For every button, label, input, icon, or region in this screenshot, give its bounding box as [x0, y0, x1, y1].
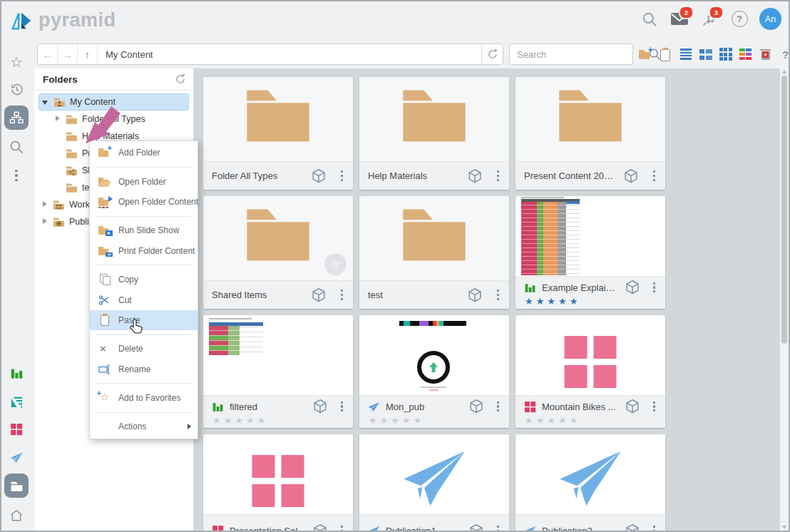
card-publication1[interactable]: Publication1 — [359, 434, 509, 531]
card-filtered[interactable]: filtered ★★★★★ — [203, 315, 353, 428]
more-options-icon[interactable] — [652, 524, 657, 531]
menu-item-add-to-favorites[interactable]: ☆+ Add to Favorites — [90, 388, 198, 408]
menu-item-rename[interactable]: Rename — [90, 359, 198, 379]
card-publication2[interactable]: Publication2 — [515, 434, 665, 531]
star-icon[interactable]: ★ — [257, 416, 266, 425]
cube-icon[interactable] — [625, 523, 640, 531]
card-mountain-bikes[interactable]: Mountain Bikes ... ★★★★★ — [515, 315, 665, 428]
menu-item-add-folder[interactable]: + Add Folder — [90, 143, 198, 163]
delete-button[interactable]: × — [759, 48, 772, 61]
content-rail-button[interactable] — [4, 474, 29, 498]
star-icon[interactable]: ★ — [414, 416, 422, 425]
menu-item-cut[interactable]: Cut — [90, 290, 198, 310]
star-icon[interactable]: ★ — [536, 297, 545, 306]
star-icon[interactable]: ★ — [402, 416, 411, 425]
search-rail-button[interactable] — [4, 135, 29, 159]
star-icon[interactable]: ★ — [547, 297, 555, 306]
menu-item-paste[interactable]: Paste — [90, 310, 198, 330]
global-search-button[interactable] — [640, 9, 660, 30]
star-icon[interactable]: ★ — [235, 416, 243, 425]
cube-icon[interactable] — [312, 523, 328, 531]
more-options-icon[interactable] — [339, 288, 344, 302]
scrollbar-thumb[interactable] — [781, 76, 787, 344]
menu-item-delete[interactable]: × Delete — [90, 339, 198, 359]
refresh-button[interactable] — [481, 44, 503, 64]
toolbar-help-button[interactable]: ? — [779, 48, 790, 61]
rating-stars[interactable]: ★★★★★ — [368, 416, 501, 425]
publish-rail-button[interactable] — [4, 445, 29, 469]
messages-button[interactable]: 2 — [670, 9, 689, 30]
star-icon[interactable]: ★ — [558, 416, 567, 425]
rating-stars[interactable]: ★★★★★ — [212, 416, 344, 425]
star-icon[interactable]: ★ — [525, 297, 533, 306]
cube-icon[interactable] — [468, 523, 484, 531]
chevron-right-icon[interactable] — [54, 116, 61, 123]
home-rail-button[interactable] — [4, 503, 29, 528]
card-help-materials[interactable]: Help Materials — [359, 77, 509, 190]
alerts-button[interactable]: 3 — [699, 9, 719, 30]
more-options-icon[interactable] — [652, 169, 657, 183]
star-icon[interactable]: ★ — [547, 416, 555, 425]
more-options-icon[interactable] — [496, 524, 501, 531]
star-icon[interactable]: ★ — [246, 416, 255, 425]
group-view-button[interactable] — [739, 48, 752, 61]
up-button[interactable]: ↑ — [78, 44, 98, 64]
more-options-icon[interactable] — [652, 281, 657, 295]
star-icon[interactable]: ★ — [558, 297, 567, 306]
more-options-icon[interactable] — [339, 524, 344, 531]
breadcrumb[interactable]: My Content — [98, 49, 481, 60]
star-icon[interactable]: ★ — [380, 416, 389, 425]
cube-icon[interactable] — [625, 280, 640, 295]
grid-view-button[interactable] — [719, 48, 732, 61]
chevron-down-icon[interactable] — [42, 98, 49, 106]
folder-tree-rail-button[interactable] — [4, 106, 29, 130]
cube-icon[interactable] — [312, 399, 328, 414]
forward-button[interactable]: → — [58, 44, 78, 64]
more-options-icon[interactable] — [496, 400, 501, 414]
cube-icon[interactable] — [625, 399, 640, 414]
rating-stars[interactable]: ★★★★★ — [524, 297, 657, 306]
star-icon[interactable]: ★ — [224, 416, 232, 425]
menu-item-copy[interactable]: Copy — [90, 270, 198, 290]
tree-item-my-content[interactable]: My Content — [39, 93, 189, 111]
menu-item-print-folder-content[interactable]: Print Folder Content — [90, 241, 198, 261]
favorites-rail-button[interactable]: ☆ — [4, 50, 29, 74]
detail-view-button[interactable] — [699, 48, 712, 61]
star-icon[interactable]: ★ — [536, 416, 545, 425]
cube-icon[interactable] — [623, 168, 639, 184]
card-folder-all-types[interactable]: Folder All Types — [203, 77, 353, 190]
card-presentation-sal[interactable]: Presentation Sal... — [203, 434, 353, 531]
paste-button[interactable] — [659, 48, 672, 61]
help-button[interactable]: ? — [729, 9, 749, 30]
rating-stars[interactable]: ★★★★★ — [524, 416, 657, 425]
menu-item-open-folder[interactable]: Open Folder — [90, 171, 198, 191]
illustrate-rail-button[interactable] — [4, 417, 29, 441]
more-options-icon[interactable] — [339, 400, 344, 414]
history-rail-button[interactable] — [4, 77, 29, 101]
menu-item-run-slide-show[interactable]: Run Slide Show — [90, 220, 198, 240]
star-icon[interactable]: ★ — [391, 416, 399, 425]
cube-icon[interactable] — [311, 168, 327, 184]
cube-icon[interactable] — [467, 287, 483, 303]
star-icon[interactable]: ★ — [570, 416, 578, 425]
star-icon[interactable]: ★ — [369, 416, 377, 425]
cube-icon[interactable] — [467, 168, 483, 184]
card-example-explain[interactable]: Example Explain ... ★★★★★ — [515, 196, 665, 309]
menu-item-actions[interactable]: Actions — [90, 416, 198, 436]
discover-rail-button[interactable] — [4, 361, 29, 385]
vertical-scrollbar[interactable] — [780, 68, 789, 531]
more-options-icon[interactable] — [652, 400, 657, 414]
card-present-content[interactable]: Present Content 202... — [515, 77, 665, 190]
star-icon[interactable]: ★ — [525, 416, 533, 425]
card-shared-items[interactable]: ☆ Shared Items — [203, 196, 353, 309]
star-icon[interactable]: ★ — [212, 416, 221, 425]
card-mon-pub[interactable]: Mon_pub ★★★★★ — [359, 315, 509, 428]
cube-icon[interactable] — [468, 399, 484, 414]
scroll-up-icon[interactable] — [782, 70, 786, 73]
more-options-icon[interactable] — [339, 169, 344, 183]
cube-icon[interactable] — [311, 287, 327, 303]
more-options-icon[interactable] — [496, 169, 501, 183]
list-view-button[interactable] — [679, 48, 692, 61]
present-rail-button[interactable] — [4, 389, 29, 414]
star-icon[interactable]: ★ — [570, 297, 578, 306]
